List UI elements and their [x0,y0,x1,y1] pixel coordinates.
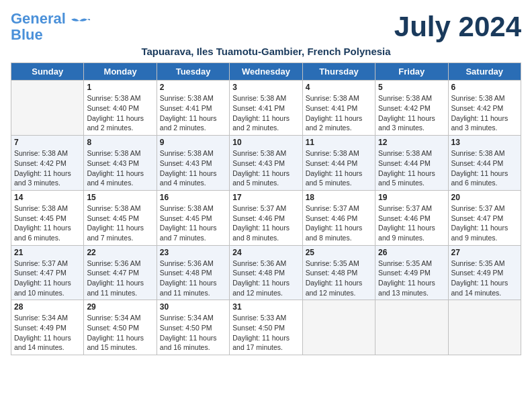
day-number: 29 [87,302,153,312]
calendar-cell: 5Sunrise: 5:38 AM Sunset: 4:42 PM Daylig… [375,81,448,136]
day-info: Sunrise: 5:38 AM Sunset: 4:42 PM Dayligh… [378,93,445,133]
subtitle: Tapuarava, Iles Tuamotu-Gambier, French … [11,46,521,57]
calendar-cell: 4Sunrise: 5:38 AM Sunset: 4:41 PM Daylig… [302,81,375,136]
calendar-cell: 14Sunrise: 5:38 AM Sunset: 4:45 PM Dayli… [11,190,84,245]
calendar-week-5: 28Sunrise: 5:34 AM Sunset: 4:49 PM Dayli… [11,300,521,355]
day-info: Sunrise: 5:34 AM Sunset: 4:50 PM Dayligh… [160,313,226,353]
day-number: 13 [451,138,518,147]
day-info: Sunrise: 5:37 AM Sunset: 4:47 PM Dayligh… [451,203,518,243]
calendar-cell: 20Sunrise: 5:37 AM Sunset: 4:47 PM Dayli… [448,190,521,245]
logo-blue: Blue [11,26,43,43]
calendar-cell: 2Sunrise: 5:38 AM Sunset: 4:41 PM Daylig… [157,81,229,136]
calendar-cell: 31Sunrise: 5:33 AM Sunset: 4:50 PM Dayli… [230,300,302,355]
day-number: 17 [232,193,299,202]
calendar-cell: 26Sunrise: 5:35 AM Sunset: 4:49 PM Dayli… [375,245,448,300]
day-number: 4 [306,83,372,92]
weekday-header-tuesday: Tuesday [157,63,229,81]
day-info: Sunrise: 5:37 AM Sunset: 4:46 PM Dayligh… [378,203,445,243]
day-info: Sunrise: 5:38 AM Sunset: 4:41 PM Dayligh… [232,93,299,133]
day-number: 25 [306,248,372,257]
day-number: 27 [451,248,518,257]
day-number: 20 [451,193,518,202]
day-number: 9 [160,138,226,147]
calendar-week-4: 21Sunrise: 5:37 AM Sunset: 4:47 PM Dayli… [11,245,521,300]
calendar-cell: 24Sunrise: 5:36 AM Sunset: 4:48 PM Dayli… [230,245,302,300]
day-number: 24 [232,248,299,257]
calendar-cell: 23Sunrise: 5:36 AM Sunset: 4:48 PM Dayli… [157,245,229,300]
day-number: 12 [378,138,445,147]
day-number: 28 [14,302,81,312]
day-info: Sunrise: 5:34 AM Sunset: 4:50 PM Dayligh… [87,313,153,353]
logo: General Blue [11,11,90,43]
weekday-header-thursday: Thursday [302,63,375,81]
calendar-table: SundayMondayTuesdayWednesdayThursdayFrid… [11,62,521,355]
day-info: Sunrise: 5:38 AM Sunset: 4:40 PM Dayligh… [87,93,153,133]
day-info: Sunrise: 5:38 AM Sunset: 4:44 PM Dayligh… [451,148,518,188]
day-info: Sunrise: 5:38 AM Sunset: 4:45 PM Dayligh… [160,203,226,243]
calendar-cell: 12Sunrise: 5:38 AM Sunset: 4:44 PM Dayli… [375,136,448,191]
calendar-cell: 3Sunrise: 5:38 AM Sunset: 4:41 PM Daylig… [230,81,302,136]
day-info: Sunrise: 5:36 AM Sunset: 4:48 PM Dayligh… [232,259,299,298]
day-info: Sunrise: 5:38 AM Sunset: 4:42 PM Dayligh… [14,148,81,188]
day-number: 14 [14,193,81,202]
day-number: 30 [160,302,226,312]
day-info: Sunrise: 5:37 AM Sunset: 4:46 PM Dayligh… [306,203,372,243]
calendar-week-1: 1Sunrise: 5:38 AM Sunset: 4:40 PM Daylig… [11,81,521,136]
day-info: Sunrise: 5:37 AM Sunset: 4:47 PM Dayligh… [14,259,81,298]
calendar-cell [302,300,375,355]
calendar-cell: 17Sunrise: 5:37 AM Sunset: 4:46 PM Dayli… [230,190,302,245]
day-info: Sunrise: 5:35 AM Sunset: 4:48 PM Dayligh… [306,259,372,298]
logo-bird-icon [69,17,90,32]
calendar-cell: 1Sunrise: 5:38 AM Sunset: 4:40 PM Daylig… [84,81,157,136]
day-info: Sunrise: 5:36 AM Sunset: 4:48 PM Dayligh… [160,259,226,298]
calendar-cell [448,300,521,355]
calendar-cell: 28Sunrise: 5:34 AM Sunset: 4:49 PM Dayli… [11,300,84,355]
calendar-cell: 30Sunrise: 5:34 AM Sunset: 4:50 PM Dayli… [157,300,229,355]
logo-text: General Blue [11,11,66,43]
day-number: 8 [87,138,153,147]
calendar-week-3: 14Sunrise: 5:38 AM Sunset: 4:45 PM Dayli… [11,190,521,245]
day-number: 10 [232,138,299,147]
weekday-header-friday: Friday [375,63,448,81]
calendar-cell: 19Sunrise: 5:37 AM Sunset: 4:46 PM Dayli… [375,190,448,245]
header: General Blue July 2024 [11,11,521,43]
day-info: Sunrise: 5:37 AM Sunset: 4:46 PM Dayligh… [232,203,299,243]
calendar-cell: 21Sunrise: 5:37 AM Sunset: 4:47 PM Dayli… [11,245,84,300]
weekday-header-monday: Monday [84,63,157,81]
day-number: 31 [232,302,299,312]
calendar-cell: 27Sunrise: 5:35 AM Sunset: 4:49 PM Dayli… [448,245,521,300]
calendar-cell: 16Sunrise: 5:38 AM Sunset: 4:45 PM Dayli… [157,190,229,245]
day-number: 7 [14,138,81,147]
day-info: Sunrise: 5:35 AM Sunset: 4:49 PM Dayligh… [378,259,445,298]
day-info: Sunrise: 5:38 AM Sunset: 4:44 PM Dayligh… [306,148,372,188]
day-number: 1 [87,83,153,92]
logo-general: General [11,10,66,27]
weekday-header-row: SundayMondayTuesdayWednesdayThursdayFrid… [11,63,521,81]
day-info: Sunrise: 5:36 AM Sunset: 4:47 PM Dayligh… [87,259,153,298]
day-info: Sunrise: 5:38 AM Sunset: 4:41 PM Dayligh… [160,93,226,133]
calendar-week-2: 7Sunrise: 5:38 AM Sunset: 4:42 PM Daylig… [11,136,521,191]
day-info: Sunrise: 5:38 AM Sunset: 4:43 PM Dayligh… [160,148,226,188]
day-info: Sunrise: 5:38 AM Sunset: 4:43 PM Dayligh… [232,148,299,188]
weekday-header-wednesday: Wednesday [230,63,302,81]
day-number: 2 [160,83,226,92]
calendar-cell [11,81,84,136]
calendar-cell: 6Sunrise: 5:38 AM Sunset: 4:42 PM Daylig… [448,81,521,136]
day-info: Sunrise: 5:38 AM Sunset: 4:42 PM Dayligh… [451,93,518,133]
calendar-cell: 15Sunrise: 5:38 AM Sunset: 4:45 PM Dayli… [84,190,157,245]
day-number: 18 [306,193,372,202]
day-number: 21 [14,248,81,257]
day-info: Sunrise: 5:38 AM Sunset: 4:41 PM Dayligh… [306,93,372,133]
calendar-cell: 29Sunrise: 5:34 AM Sunset: 4:50 PM Dayli… [84,300,157,355]
month-title: July 2024 [394,11,521,43]
calendar-cell: 10Sunrise: 5:38 AM Sunset: 4:43 PM Dayli… [230,136,302,191]
day-info: Sunrise: 5:38 AM Sunset: 4:45 PM Dayligh… [14,203,81,243]
day-number: 6 [451,83,518,92]
day-info: Sunrise: 5:38 AM Sunset: 4:43 PM Dayligh… [87,148,153,188]
day-info: Sunrise: 5:33 AM Sunset: 4:50 PM Dayligh… [232,313,299,353]
calendar-cell: 7Sunrise: 5:38 AM Sunset: 4:42 PM Daylig… [11,136,84,191]
day-number: 26 [378,248,445,257]
day-number: 16 [160,193,226,202]
weekday-header-sunday: Sunday [11,63,84,81]
weekday-header-saturday: Saturday [448,63,521,81]
